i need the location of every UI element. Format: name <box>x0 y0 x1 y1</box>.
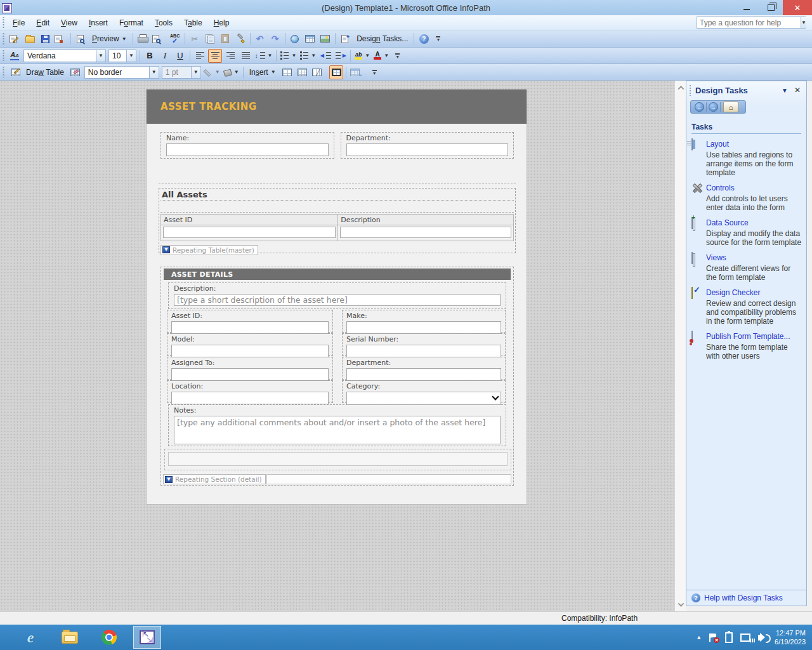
new-form-button[interactable] <box>8 32 22 46</box>
menu-insert[interactable]: Insert <box>83 17 114 29</box>
controls-link[interactable]: Controls <box>706 183 735 192</box>
tray-expand-icon[interactable]: ▲ <box>696 634 702 640</box>
insert-hyperlink-button[interactable] <box>288 32 302 46</box>
borders-button[interactable] <box>329 65 343 79</box>
border-style-dropdown-icon[interactable]: ▼ <box>149 67 159 78</box>
repeating-table-dropdown-icon[interactable]: ▼ <box>162 246 170 253</box>
category-field-cell[interactable]: Category: <box>342 380 506 403</box>
action-center-icon[interactable]: ✕ <box>709 633 717 642</box>
border-color-button[interactable]: ▼ <box>203 65 221 79</box>
file-explorer-icon[interactable] <box>57 625 82 650</box>
location-field-cell[interactable]: Location: <box>167 380 333 403</box>
preview-button[interactable]: Preview ▼ <box>74 32 130 46</box>
menu-format[interactable]: Format <box>114 17 149 29</box>
column-header-description[interactable]: Description <box>338 215 513 225</box>
taskbar-clock[interactable]: 12:47 PM 6/19/2023 <box>775 628 806 646</box>
model-field-cell[interactable]: Model: <box>167 333 333 356</box>
font-dialog-button[interactable]: AA <box>8 49 22 63</box>
toolbar-options-icon[interactable]: ▼ <box>370 66 379 79</box>
font-size-dropdown-icon[interactable]: ▼ <box>126 50 136 62</box>
menu-view[interactable]: View <box>55 17 83 29</box>
eraser-button[interactable] <box>69 65 82 79</box>
infopath-taskbar-button[interactable] <box>133 626 161 649</box>
italic-button[interactable]: I <box>158 49 172 63</box>
asset-details-section[interactable]: ASSET DETAILS Description: [type a short… <box>160 267 514 486</box>
menu-tools[interactable]: Tools <box>149 17 178 29</box>
justify-button[interactable] <box>239 49 252 63</box>
format-painter-button[interactable] <box>233 32 247 46</box>
all-assets-section[interactable]: All Assets Asset ID Description ▼ <box>159 188 516 253</box>
task-pane-menu-icon[interactable]: ▼ <box>777 87 792 94</box>
font-name-dropdown-icon[interactable]: ▼ <box>96 50 105 62</box>
asset-id-cell[interactable] <box>161 225 338 241</box>
category-dropdown[interactable] <box>346 392 501 405</box>
bold-button[interactable]: B <box>143 49 157 63</box>
align-left-button[interactable] <box>193 49 207 63</box>
department-textbox[interactable] <box>346 143 509 156</box>
network-icon[interactable] <box>740 633 750 642</box>
highlight-button[interactable]: ab▼ <box>353 49 371 63</box>
help-search-dropdown-icon[interactable]: ▼ <box>801 17 806 28</box>
help-with-design-tasks-link[interactable]: Help with Design Tasks <box>704 594 783 602</box>
close-button[interactable]: ✕ <box>783 0 812 15</box>
details-empty-row[interactable] <box>164 449 511 470</box>
department-detail-textbox[interactable] <box>346 368 501 381</box>
redo-button[interactable]: ↷ <box>268 32 282 46</box>
toolbar-options-icon[interactable]: ▼ <box>434 32 442 45</box>
volume-icon[interactable] <box>758 635 762 640</box>
draw-table-button[interactable]: Draw Table <box>8 65 67 79</box>
repeating-section-dropdown-icon[interactable]: ▼ <box>165 476 173 483</box>
minimize-button[interactable] <box>735 0 759 15</box>
font-color-button[interactable]: A▼ <box>372 49 390 63</box>
home-icon[interactable]: ⌂ <box>723 102 738 112</box>
make-field-cell[interactable]: Make: <box>342 310 506 333</box>
battery-icon[interactable] <box>725 632 733 643</box>
location-textbox[interactable] <box>171 392 329 404</box>
insert-table-button[interactable] <box>303 32 317 46</box>
column-header-asset-id[interactable]: Asset ID <box>161 215 338 225</box>
scroll-down-icon[interactable] <box>675 599 686 610</box>
print-preview-button[interactable] <box>151 32 167 46</box>
design-tasks-button[interactable]: ✦ Design Tasks... <box>338 32 412 46</box>
name-textbox[interactable] <box>166 143 329 156</box>
task-pane-close-icon[interactable]: ✕ <box>792 86 802 95</box>
shading-color-button[interactable]: ▼ <box>223 65 240 79</box>
publish-link[interactable]: Publish Form Template... <box>706 332 790 341</box>
chrome-icon[interactable] <box>96 625 122 650</box>
make-textbox[interactable] <box>346 321 501 334</box>
repeating-section-tab[interactable]: ▼ Repeating Section (detail) <box>163 474 266 484</box>
spelling-button[interactable]: ABC✓ <box>168 32 182 46</box>
insert-picture-button[interactable] <box>318 32 332 46</box>
menu-table[interactable]: Table <box>178 17 208 29</box>
help-button[interactable]: ? <box>417 32 431 46</box>
align-right-button[interactable] <box>223 49 237 63</box>
border-width-dropdown-icon[interactable]: ▼ <box>191 67 200 78</box>
department-field-cell[interactable]: Department: <box>341 132 514 159</box>
department-detail-field-cell[interactable]: Department: <box>342 357 506 380</box>
insert-rows-button[interactable] <box>280 65 294 79</box>
design-canvas[interactable]: ASSET TRACKING Name: Department: All Ass… <box>0 81 674 611</box>
permission-button[interactable] <box>53 32 68 46</box>
assigned-to-textbox[interactable] <box>171 368 329 381</box>
model-textbox[interactable] <box>171 345 329 357</box>
notes-textbox[interactable]: [type any additional comments about and/… <box>174 416 501 444</box>
print-button[interactable] <box>136 32 150 46</box>
design-checker-link[interactable]: Design Checker <box>706 288 760 297</box>
back-icon[interactable]: ← <box>695 102 704 112</box>
decrease-indent-button[interactable]: ◀ <box>318 49 332 63</box>
border-width-combo[interactable]: 1 pt ▼ <box>162 66 201 79</box>
asset-id-detail-textbox[interactable] <box>171 321 329 334</box>
serial-number-textbox[interactable] <box>346 345 501 357</box>
split-cells-button[interactable]: ╱ <box>311 65 328 79</box>
scroll-up-icon[interactable] <box>675 82 686 93</box>
menu-edit[interactable]: Edit <box>30 17 55 29</box>
undo-button[interactable]: ↶ <box>253 32 267 46</box>
increase-indent-button[interactable]: ▶ <box>334 49 348 63</box>
insert-menu-button[interactable]: Insert ▼ <box>246 65 279 79</box>
preview-dropdown-icon[interactable]: ▼ <box>122 36 127 42</box>
internet-explorer-icon[interactable]: e <box>18 625 43 650</box>
repeating-table-tab[interactable]: ▼ Repeating Table(master) <box>160 245 258 255</box>
align-center-button[interactable] <box>208 49 222 63</box>
font-name-combo[interactable]: Verdana ▼ <box>23 50 106 62</box>
bullet-list-button[interactable]: ▼ <box>299 49 317 63</box>
